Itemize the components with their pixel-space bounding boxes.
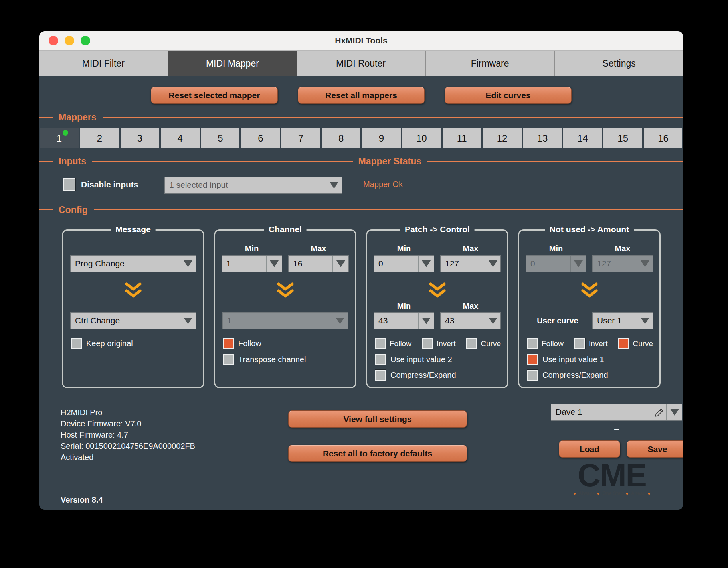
- mapper-button-4[interactable]: 4: [161, 128, 200, 148]
- checkbox-icon[interactable]: [71, 338, 82, 349]
- channel-min-dropdown[interactable]: 1: [222, 255, 282, 272]
- selected-inputs-dropdown[interactable]: 1 selected input: [164, 177, 342, 194]
- checkbox-checked-icon[interactable]: [223, 338, 234, 349]
- use-input-value-1-checkbox[interactable]: Use input value 1: [527, 354, 655, 365]
- transpose-channel-checkbox[interactable]: Transpose channel: [223, 354, 351, 365]
- tab-midi-filter[interactable]: MIDI Filter: [39, 51, 168, 76]
- checkbox-icon[interactable]: [574, 338, 585, 349]
- message-to-dropdown[interactable]: Ctrl Change: [70, 312, 196, 329]
- reset-selected-mapper-button[interactable]: Reset selected mapper: [151, 87, 278, 104]
- amount-curve-checkbox[interactable]: Curve: [618, 338, 653, 349]
- reset-factory-defaults-button[interactable]: Reset all to factory defaults: [288, 445, 467, 462]
- patch-follow-checkbox[interactable]: Follow: [375, 338, 411, 349]
- tab-midi-mapper[interactable]: MIDI Mapper: [168, 51, 297, 76]
- tab-midi-router[interactable]: MIDI Router: [297, 51, 426, 76]
- checkbox-icon[interactable]: [63, 178, 75, 191]
- use-input-value-2-checkbox[interactable]: Use input value 2: [375, 354, 503, 365]
- message-from-dropdown[interactable]: Prog Change: [70, 255, 196, 272]
- patch-in-max-dropdown[interactable]: 127: [440, 255, 501, 272]
- patch-invert-checkbox[interactable]: Invert: [422, 338, 456, 349]
- mapper-button-10[interactable]: 10: [402, 128, 441, 148]
- patch-curve-checkbox[interactable]: Curve: [466, 338, 501, 349]
- dropdown-arrow-icon: [332, 313, 348, 329]
- config-legend-label: Config: [59, 205, 88, 215]
- inputs-row: Disable inputs 1 selected input Mapper O…: [39, 176, 683, 194]
- mapper-button-11[interactable]: 11: [443, 128, 481, 148]
- mapper-button-7[interactable]: 7: [281, 128, 320, 148]
- patch-out-min-dropdown[interactable]: 43: [374, 312, 434, 329]
- preset-dropdown[interactable]: Dave 1: [551, 404, 682, 421]
- checkbox-checked-icon[interactable]: [618, 338, 629, 349]
- config-groups: Message Prog Change Ctrl Change: [62, 229, 661, 388]
- legend-line: [94, 209, 683, 210]
- patch-compress-expand-checkbox[interactable]: Compress/Expand: [375, 370, 503, 381]
- mapper-button-8[interactable]: 8: [322, 128, 360, 148]
- amount-min-dropdown: 0: [526, 255, 586, 272]
- mapper-button-2[interactable]: 2: [80, 128, 119, 148]
- dropdown-arrow-icon: [418, 256, 434, 272]
- checkbox-icon[interactable]: [223, 354, 234, 365]
- group-message: Message Prog Change Ctrl Change: [62, 229, 204, 388]
- checkbox-icon[interactable]: [375, 338, 386, 349]
- load-button[interactable]: Load: [559, 440, 620, 458]
- channel-minmax-row: 1 16: [222, 255, 349, 272]
- checkbox-checked-icon[interactable]: [527, 354, 538, 365]
- dropdown-arrow-icon: [570, 256, 586, 272]
- disable-inputs-checkbox[interactable]: Disable inputs: [63, 178, 138, 191]
- checkbox-icon[interactable]: [466, 338, 477, 349]
- mapper-button-12[interactable]: 12: [483, 128, 522, 148]
- dropdown-arrow-icon: [485, 313, 500, 329]
- amount-compress-expand-checkbox[interactable]: Compress/Expand: [527, 370, 655, 381]
- device-name: H2MIDI Pro: [61, 407, 195, 418]
- edit-curves-button[interactable]: Edit curves: [445, 87, 572, 104]
- channel-follow-checkbox[interactable]: Follow: [223, 338, 351, 349]
- patch-in-min-dropdown[interactable]: 0: [374, 255, 434, 272]
- app-window: HxMIDI Tools MIDI Filter MIDI Mapper MID…: [39, 31, 683, 510]
- group-channel: Channel MinMax 1 16: [214, 229, 356, 388]
- edit-pencil-icon[interactable]: [653, 404, 666, 420]
- patch-out-max-dropdown[interactable]: 43: [440, 312, 501, 329]
- checkbox-icon[interactable]: [375, 354, 386, 365]
- amount-in-row: 0 127: [526, 255, 653, 272]
- group-amount-title: Not used -> Amount: [545, 225, 634, 234]
- amount-follow-checkbox[interactable]: Follow: [527, 338, 564, 349]
- double-chevron-down-icon: [276, 282, 295, 299]
- double-chevron-down-icon: [124, 282, 142, 299]
- mapper-button-16[interactable]: 16: [644, 128, 682, 148]
- patch-flag-row: Follow Invert Curve: [375, 338, 503, 349]
- legend-line: [92, 161, 339, 162]
- double-chevron-down-icon: [580, 282, 599, 299]
- dropdown-arrow-icon: [485, 256, 500, 272]
- mapper-button-3[interactable]: 3: [121, 128, 159, 148]
- user-curve-dropdown[interactable]: User 1: [592, 312, 653, 329]
- titlebar: HxMIDI Tools: [39, 31, 683, 50]
- disable-inputs-label: Disable inputs: [81, 180, 138, 189]
- tab-firmware[interactable]: Firmware: [426, 51, 555, 76]
- amount-invert-checkbox[interactable]: Invert: [574, 338, 608, 349]
- keep-original-checkbox[interactable]: Keep original: [71, 338, 199, 349]
- mapper-button-9[interactable]: 9: [362, 128, 401, 148]
- preset-dash: –: [551, 424, 682, 434]
- channel-max-dropdown[interactable]: 16: [288, 255, 349, 272]
- group-message-title: Message: [111, 225, 156, 234]
- reset-all-mappers-button[interactable]: Reset all mappers: [298, 87, 425, 104]
- tab-settings[interactable]: Settings: [555, 51, 683, 76]
- save-button[interactable]: Save: [627, 440, 683, 458]
- mapper-button-1[interactable]: 1: [40, 128, 79, 148]
- checkbox-icon[interactable]: [422, 338, 433, 349]
- mapper-button-13[interactable]: 13: [523, 128, 562, 148]
- mapper-button-5[interactable]: 5: [201, 128, 240, 148]
- dropdown-arrow-icon: [266, 256, 282, 272]
- checkbox-icon[interactable]: [527, 338, 538, 349]
- checkbox-icon[interactable]: [527, 370, 538, 381]
- patch-out-labels: MinMax: [374, 302, 501, 311]
- serial-number: Serial: 0015002104756E9A000002FB: [61, 440, 195, 452]
- mapper-page: Reset selected mapper Reset all mappers …: [39, 76, 683, 510]
- checkbox-icon[interactable]: [375, 370, 386, 381]
- mappers-legend-label: Mappers: [59, 112, 97, 123]
- view-full-settings-button[interactable]: View full settings: [288, 410, 467, 428]
- mapper-button-15[interactable]: 15: [603, 128, 642, 148]
- amount-flag-row: Follow Invert Curve: [527, 338, 655, 349]
- mapper-button-6[interactable]: 6: [241, 128, 280, 148]
- mapper-button-14[interactable]: 14: [563, 128, 602, 148]
